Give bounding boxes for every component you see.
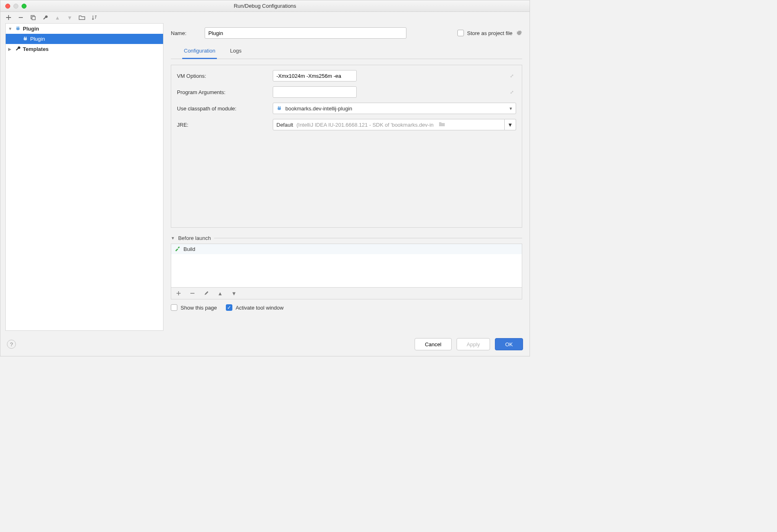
expand-icon[interactable]: ⤢ <box>510 73 514 79</box>
show-this-page-checkbox[interactable]: Show this page <box>171 304 217 311</box>
tab-logs[interactable]: Logs <box>228 44 243 59</box>
configuration-panel: VM Options: ⤢ Program Arguments: ⤢ Use c… <box>171 65 522 228</box>
folder-icon <box>439 121 445 128</box>
hammer-icon <box>174 246 180 253</box>
help-button[interactable]: ? <box>7 340 16 349</box>
svg-rect-1 <box>32 17 35 20</box>
before-launch-section: ▼ Before launch Build <box>171 235 522 311</box>
dialog-footer: ? Cancel Apply OK <box>0 334 530 356</box>
copy-icon[interactable] <box>30 14 36 21</box>
add-icon[interactable] <box>175 290 182 297</box>
add-icon[interactable] <box>5 14 12 21</box>
divider <box>214 238 522 238</box>
activate-label: Activate tool window <box>236 305 284 311</box>
wrench-icon <box>15 46 21 53</box>
cancel-button[interactable]: Cancel <box>415 338 451 350</box>
remove-icon <box>189 290 196 297</box>
tree-item-plugin[interactable]: Plugin <box>6 34 163 44</box>
folder-icon[interactable] <box>79 14 85 21</box>
tree-label: Templates <box>23 46 49 52</box>
name-label: Name: <box>171 30 197 36</box>
tabs: Configuration Logs <box>171 44 522 59</box>
chevron-down-icon: ▼ <box>509 106 513 111</box>
tree-group-templates[interactable]: ▶ Templates <box>6 44 163 54</box>
store-as-project-file[interactable]: Store as project file <box>457 29 522 37</box>
tree-label: Plugin <box>23 26 39 32</box>
vm-options-label: VM Options: <box>177 73 273 79</box>
vm-options-input[interactable] <box>273 70 357 81</box>
plugin-icon <box>15 25 21 32</box>
jre-hint: (IntelliJ IDEA IU-201.6668.121 - SDK of … <box>296 122 433 128</box>
expand-icon[interactable]: ⤢ <box>510 90 514 95</box>
move-up-icon: ▲ <box>54 14 61 21</box>
edit-icon <box>203 290 210 297</box>
before-launch-toolbar: ▲ ▼ <box>171 288 522 299</box>
before-launch-list[interactable]: Build <box>171 244 522 288</box>
apply-button: Apply <box>457 338 490 350</box>
gear-icon[interactable] <box>516 29 522 37</box>
move-down-icon: ▼ <box>231 290 237 297</box>
chevron-down-icon: ▼ <box>8 26 13 31</box>
checkbox-icon[interactable] <box>457 30 464 36</box>
configurations-tree[interactable]: ▼ Plugin Plugin ▶ Templates <box>5 23 163 331</box>
move-up-icon: ▲ <box>217 290 223 297</box>
jre-label: JRE: <box>177 122 273 128</box>
sort-icon[interactable] <box>91 14 97 21</box>
jre-default: Default <box>276 122 293 128</box>
store-label: Store as project file <box>467 30 512 36</box>
window-title: Run/Debug Configurations <box>0 3 530 9</box>
name-input[interactable] <box>205 27 406 39</box>
classpath-module-label: Use classpath of module: <box>177 106 273 112</box>
plugin-icon <box>276 105 282 112</box>
chevron-down-icon[interactable]: ▼ <box>171 236 175 240</box>
module-value: bookmarks.dev-intellij-plugin <box>285 106 352 112</box>
chevron-right-icon: ▶ <box>8 47 13 51</box>
ok-button[interactable]: OK <box>495 338 523 350</box>
wrench-icon[interactable] <box>42 14 49 21</box>
checkbox-icon[interactable] <box>171 304 177 311</box>
title-bar: Run/Debug Configurations <box>0 0 530 12</box>
jre-dropdown-button[interactable]: ▼ <box>505 119 516 130</box>
before-launch-item[interactable]: Build <box>171 244 522 254</box>
classpath-module-select[interactable]: bookmarks.dev-intellij-plugin <box>273 103 516 114</box>
program-arguments-input[interactable] <box>273 86 357 98</box>
checkbox-checked-icon[interactable]: ✓ <box>226 304 232 311</box>
program-arguments-label: Program Arguments: <box>177 89 273 95</box>
show-page-label: Show this page <box>181 305 217 311</box>
activate-tool-window-checkbox[interactable]: ✓ Activate tool window <box>226 304 284 311</box>
tree-label: Plugin <box>30 36 45 42</box>
before-launch-item-label: Build <box>183 246 195 252</box>
tab-configuration[interactable]: Configuration <box>182 44 217 59</box>
tree-group-plugin[interactable]: ▼ Plugin <box>6 24 163 34</box>
remove-icon[interactable] <box>18 14 24 21</box>
before-launch-title: Before launch <box>178 235 211 241</box>
plugin-icon <box>22 35 29 42</box>
move-down-icon: ▼ <box>66 14 73 21</box>
sidebar-toolbar: ▲ ▼ <box>0 12 102 23</box>
jre-select[interactable]: Default (IntelliJ IDEA IU-201.6668.121 -… <box>273 119 505 130</box>
